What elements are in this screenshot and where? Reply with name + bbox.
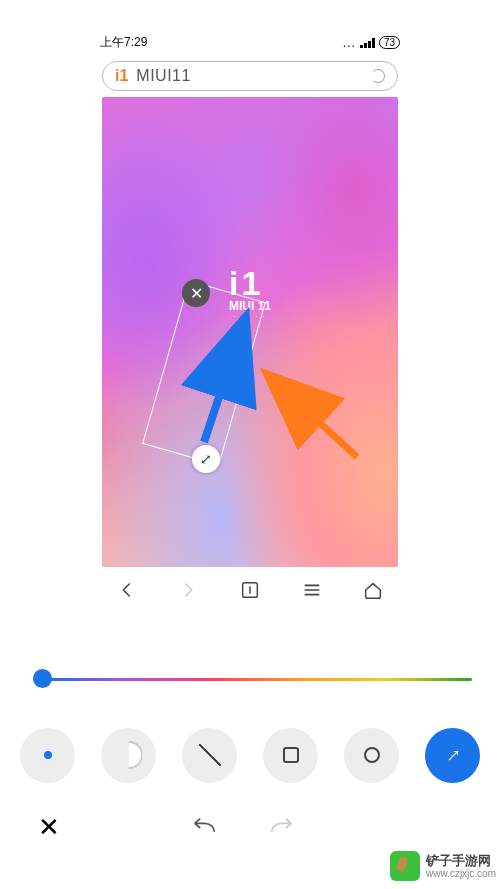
tool-dot[interactable] [20,728,75,783]
watermark-name: 铲子手游网 [426,854,496,868]
close-button[interactable]: ✕ [38,812,60,843]
tool-circle[interactable] [344,728,399,783]
site-watermark: 铲子手游网 www.czjxjc.com [390,851,496,881]
nav-back-icon[interactable] [116,579,138,601]
inner-nav-bar [90,567,410,612]
circle-icon [364,747,380,763]
tool-soft[interactable] [101,728,156,783]
dot-icon [44,751,52,759]
screenshot-canvas[interactable]: i1 MIUI 11 · · · · · ✕ ⤢ [102,97,398,567]
tool-share[interactable]: → [425,728,480,783]
nav-menu-icon[interactable] [301,579,323,601]
miui-logo-icon: i1 [115,67,128,85]
line-icon [199,744,221,766]
inner-status-bar: 上午7:29 ... 73 [90,30,410,55]
tool-row: → [0,725,500,785]
resize-icon: ⤢ [200,451,212,467]
tool-rect[interactable] [263,728,318,783]
nav-forward-icon[interactable] [177,579,199,601]
nav-home-icon[interactable] [362,579,384,601]
svg-line-1 [270,377,357,457]
battery-icon: 73 [379,36,400,49]
selection-box[interactable] [142,280,266,465]
refresh-icon[interactable] [371,69,385,83]
square-icon [283,747,299,763]
inner-search-text: MIUI11 [136,67,191,85]
undo-icon[interactable] [190,818,218,838]
halfcircle-icon [115,741,143,769]
redo-icon[interactable] [268,818,296,838]
tool-line[interactable] [182,728,237,783]
inner-clock: 上午7:29 [100,34,147,51]
nav-tabs-icon[interactable] [239,579,261,601]
inner-status-right: ... 73 [343,36,400,50]
shovel-icon [390,851,420,881]
inner-search-field[interactable]: i1 MIUI11 [102,61,398,91]
brush-size-slider-knob[interactable] [33,669,52,688]
action-row: ✕ [0,800,500,855]
selection-resize-handle[interactable]: ⤢ [192,445,220,473]
selection-delete-handle[interactable]: ✕ [182,279,210,307]
watermark-url: www.czjxjc.com [426,868,496,879]
brush-size-slider-track[interactable] [42,678,472,681]
edit-preview-frame: 上午7:29 ... 73 i1 MIUI11 i1 MIUI 11 · · ·… [90,30,410,620]
signal-icon [360,38,375,48]
share-arrow-icon: → [436,738,470,772]
close-icon: ✕ [190,284,203,303]
